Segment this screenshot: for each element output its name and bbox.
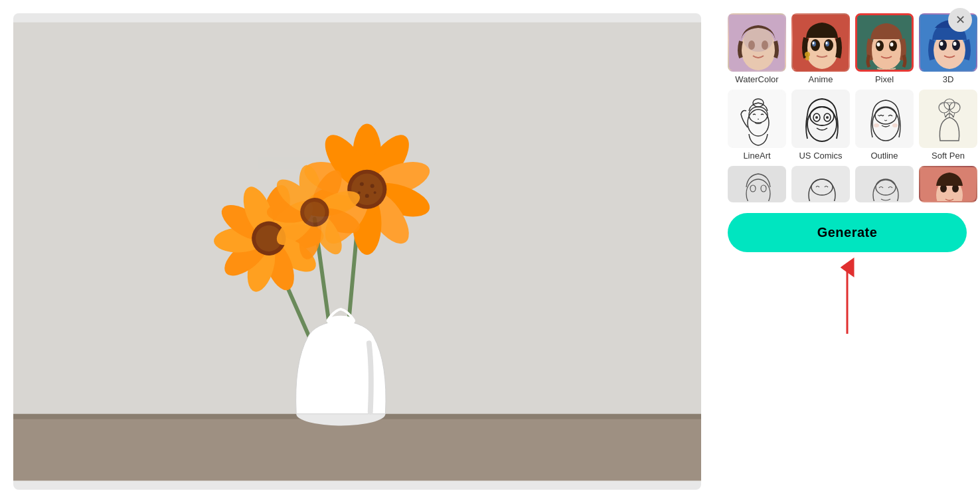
close-button[interactable]: ✕	[948, 8, 972, 32]
svg-point-7	[327, 316, 355, 326]
style-item-uscomics[interactable]: US Comics	[791, 90, 850, 161]
svg-point-75	[952, 40, 960, 50]
lineart-face-svg	[729, 91, 786, 148]
image-container	[13, 13, 701, 490]
outline-face-svg	[857, 91, 914, 148]
style-item-pixel[interactable]: Pixel	[855, 13, 914, 84]
styles-row-3	[728, 166, 967, 202]
style-label-anime: Anime	[809, 74, 833, 84]
arrow-annotation	[728, 257, 967, 337]
pixel-face-svg	[857, 15, 914, 72]
uscomics-face-svg	[793, 91, 850, 148]
styles-section: WaterColor	[728, 13, 967, 202]
style-thumb-10	[791, 166, 850, 202]
style-label-3d: 3D	[943, 74, 954, 84]
svg-rect-89	[857, 91, 914, 148]
style-thumb-12	[919, 166, 977, 202]
svg-point-51	[748, 40, 755, 50]
image-panel	[0, 0, 714, 503]
svg-rect-107	[793, 167, 850, 202]
right-panel: WaterColor	[714, 0, 980, 503]
arrow-svg	[821, 257, 874, 337]
svg-point-60	[813, 42, 815, 44]
style9-svg	[729, 167, 786, 202]
style-label-uscomics: US Comics	[799, 151, 842, 161]
style-item-10[interactable]	[791, 166, 850, 202]
svg-point-68	[889, 40, 897, 51]
svg-point-70	[890, 42, 894, 46]
svg-point-50	[744, 28, 773, 52]
svg-point-76	[940, 42, 943, 46]
svg-point-63	[805, 56, 809, 60]
svg-rect-103	[729, 167, 786, 202]
main-modal: ✕	[0, 0, 980, 503]
svg-point-21	[370, 184, 374, 188]
softpen-face-svg	[920, 91, 977, 148]
svg-point-24	[374, 191, 376, 194]
svg-point-23	[358, 191, 361, 194]
style-label-watercolor: WaterColor	[735, 74, 778, 84]
close-icon: ✕	[955, 13, 965, 27]
style-thumb-outline	[855, 90, 914, 148]
watercolor-face-svg	[729, 15, 786, 72]
style-thumb-watercolor	[728, 13, 786, 72]
flower-image	[13, 13, 701, 490]
generate-label: Generate	[817, 225, 878, 240]
svg-point-87	[815, 116, 818, 119]
styles-row-2: LineArt	[728, 90, 967, 161]
styles-row-1: WaterColor	[728, 13, 967, 84]
svg-rect-110	[857, 167, 914, 202]
anime-face-svg	[793, 15, 850, 72]
svg-rect-96	[920, 91, 977, 148]
style-item-9[interactable]	[728, 166, 786, 202]
style-thumb-pixel	[855, 13, 914, 72]
style11-svg	[857, 167, 914, 202]
svg-rect-78	[729, 91, 786, 148]
svg-point-95	[892, 123, 898, 127]
style-item-watercolor[interactable]: WaterColor	[728, 13, 786, 84]
svg-point-69	[877, 42, 880, 46]
style-item-softpen[interactable]: Soft Pen	[919, 90, 977, 161]
style-item-outline[interactable]: Outline	[855, 90, 914, 161]
style-label-softpen: Soft Pen	[932, 151, 965, 161]
style12-svg	[920, 167, 977, 202]
svg-rect-1	[13, 415, 701, 481]
style10-svg	[793, 167, 850, 202]
style-label-outline: Outline	[870, 151, 898, 161]
style-item-lineart[interactable]: LineArt	[728, 90, 786, 161]
svg-point-22	[365, 194, 369, 198]
style-item-12[interactable]	[919, 166, 977, 202]
style-thumb-9	[728, 166, 786, 202]
style-thumb-anime	[791, 13, 850, 72]
style-thumb-uscomics	[791, 90, 850, 148]
generate-button[interactable]: Generate	[728, 213, 967, 252]
svg-point-62	[805, 52, 810, 57]
style-thumb-lineart	[728, 90, 786, 148]
svg-point-67	[876, 40, 884, 51]
svg-point-94	[874, 123, 879, 127]
style-item-anime[interactable]: Anime	[791, 13, 850, 84]
style-item-11[interactable]	[855, 166, 914, 202]
svg-point-20	[360, 182, 364, 186]
style-label-lineart: LineArt	[743, 151, 770, 161]
svg-point-77	[953, 42, 957, 46]
svg-point-52	[762, 40, 768, 50]
svg-point-88	[826, 116, 829, 119]
style-label-pixel: Pixel	[875, 74, 894, 84]
svg-point-74	[939, 40, 947, 50]
style-thumb-11	[855, 166, 914, 202]
style-thumb-softpen	[919, 90, 977, 148]
svg-point-61	[826, 42, 828, 44]
